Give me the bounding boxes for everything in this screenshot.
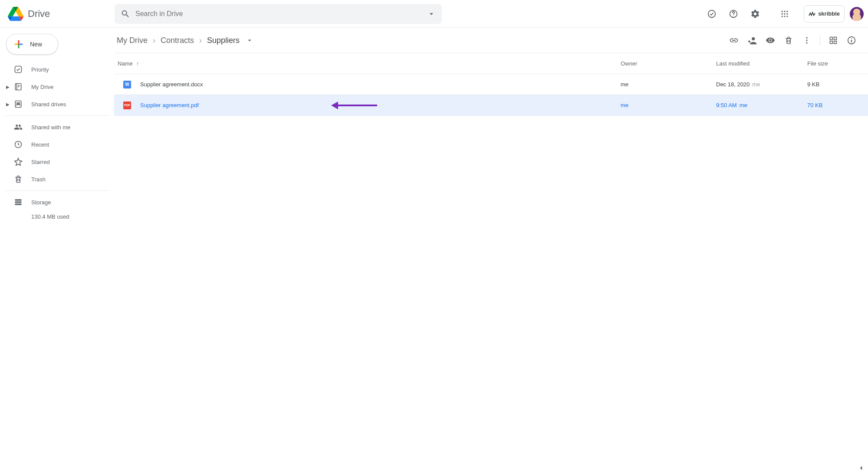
sidebar-item-label: Trash — [31, 176, 46, 183]
app-header: Drive skribble — [0, 0, 868, 28]
sidebar-item-label: Storage — [31, 199, 51, 206]
sidebar-item-label: My Drive — [31, 84, 53, 90]
chevron-right-icon: › — [199, 36, 202, 45]
plus-icon — [13, 38, 25, 50]
storage-icon — [14, 198, 23, 206]
file-owner: me — [621, 102, 716, 108]
svg-point-0 — [708, 10, 716, 17]
svg-rect-20 — [15, 203, 22, 205]
more-actions-icon[interactable] — [798, 32, 815, 49]
folder-dropdown-icon[interactable] — [246, 36, 253, 44]
new-button[interactable]: New — [6, 34, 58, 55]
file-name: Supplier agreement.pdf — [140, 102, 621, 108]
hide-side-panel-icon[interactable] — [856, 463, 866, 473]
trash-icon — [14, 175, 23, 183]
sidebar-item-label: Shared drives — [31, 101, 66, 108]
pdf-file-icon: PDF — [114, 102, 140, 109]
search-input[interactable] — [135, 10, 442, 18]
share-add-person-icon[interactable] — [743, 32, 761, 49]
search-bar[interactable] — [115, 4, 442, 24]
column-header-modified[interactable]: Last modified — [716, 60, 807, 67]
shared-drives-icon — [14, 100, 23, 108]
sidebar-item-recent[interactable]: Recent — [4, 136, 111, 153]
col-name-label: Name — [118, 60, 133, 67]
search-options-dropdown-icon[interactable] — [427, 10, 436, 18]
new-button-label: New — [30, 41, 42, 48]
svg-rect-24 — [830, 37, 833, 40]
sort-ascending-icon[interactable]: ↑ — [136, 60, 139, 67]
svg-point-22 — [806, 39, 807, 41]
get-link-icon[interactable] — [725, 32, 743, 49]
svg-point-10 — [784, 16, 785, 17]
sidebar: New Priority ▶ My Drive ▶ Shared drives … — [0, 28, 111, 475]
file-owner: me — [621, 81, 716, 88]
svg-point-5 — [786, 10, 788, 12]
svg-rect-26 — [830, 41, 833, 44]
annotation-arrow-icon — [331, 102, 377, 109]
svg-rect-25 — [834, 37, 837, 40]
file-row[interactable]: W Supplier agreement.docx me Dec 18, 202… — [114, 74, 868, 95]
shared-with-me-icon — [14, 123, 23, 131]
breadcrumb-my-drive[interactable]: My Drive — [116, 34, 148, 47]
breadcrumb-contracts[interactable]: Contracts — [160, 34, 195, 47]
file-table: Name ↑ Owner Last modified File size W S… — [111, 53, 868, 116]
breadcrumb-suppliers[interactable]: Suppliers — [206, 34, 240, 47]
column-header-name[interactable]: Name ↑ — [114, 60, 621, 67]
main-content: My Drive › Contracts › Suppliers — [111, 28, 868, 475]
my-drive-icon — [14, 82, 23, 91]
sidebar-item-shared-drives[interactable]: ▶ Shared drives — [4, 95, 111, 113]
chip-label: skribble — [818, 10, 840, 17]
toolbar-divider — [820, 35, 820, 46]
grid-view-toggle-icon[interactable] — [825, 32, 842, 49]
svg-point-7 — [784, 13, 785, 14]
priority-check-icon — [14, 65, 23, 74]
header-right: skribble — [693, 3, 864, 24]
account-avatar[interactable] — [850, 7, 864, 21]
details-info-icon[interactable] — [843, 32, 860, 49]
toolbar-actions — [725, 32, 860, 49]
sidebar-item-storage[interactable]: Storage — [4, 193, 111, 211]
sidebar-item-label: Recent — [31, 141, 49, 148]
skribble-icon — [809, 11, 815, 17]
chevron-right-icon: › — [153, 36, 155, 45]
breadcrumb: My Drive › Contracts › Suppliers — [116, 34, 253, 47]
svg-rect-27 — [834, 41, 837, 44]
sidebar-item-label: Starred — [31, 159, 50, 165]
svg-rect-12 — [15, 66, 22, 73]
column-header-size[interactable]: File size — [807, 60, 868, 67]
sidebar-item-starred[interactable]: Starred — [4, 153, 111, 170]
sidebar-divider — [4, 115, 109, 116]
sidebar-item-shared-with-me[interactable]: Shared with me — [4, 118, 111, 136]
svg-point-2 — [733, 15, 733, 16]
sidebar-item-priority[interactable]: Priority — [4, 61, 111, 78]
storage-used-label: 130.4 MB used — [4, 213, 111, 220]
expand-caret-icon[interactable]: ▶ — [6, 85, 10, 89]
folder-toolbar: My Drive › Contracts › Suppliers — [111, 28, 868, 53]
svg-point-9 — [782, 16, 783, 17]
delete-trash-icon[interactable] — [780, 32, 797, 49]
apps-grid-icon[interactable] — [774, 3, 795, 24]
file-row[interactable]: PDF Supplier agreement.pdf me 9:50 AMme … — [114, 95, 868, 116]
column-header-owner[interactable]: Owner — [621, 60, 716, 67]
file-name: Supplier agreement.docx — [140, 81, 621, 88]
sidebar-item-label: Priority — [31, 66, 49, 73]
svg-point-16 — [18, 103, 20, 104]
expand-caret-icon[interactable]: ▶ — [6, 102, 10, 107]
file-size: 9 KB — [807, 81, 868, 88]
star-icon — [14, 157, 23, 166]
help-icon[interactable] — [723, 3, 744, 24]
svg-point-11 — [786, 16, 788, 17]
sidebar-item-label: Shared with me — [31, 124, 70, 131]
svg-point-6 — [782, 13, 783, 14]
table-header: Name ↑ Owner Last modified File size — [114, 53, 868, 74]
file-size: 70 KB — [807, 102, 868, 108]
sidebar-item-trash[interactable]: Trash — [4, 170, 111, 188]
settings-gear-icon[interactable] — [745, 3, 766, 24]
ready-offline-icon[interactable] — [701, 3, 722, 24]
svg-rect-18 — [15, 199, 22, 200]
sidebar-item-my-drive[interactable]: ▶ My Drive — [4, 78, 111, 95]
preview-eye-icon[interactable] — [762, 32, 779, 49]
skribble-chip[interactable]: skribble — [804, 5, 845, 23]
logo-block[interactable]: Drive — [7, 5, 115, 23]
svg-point-21 — [806, 37, 807, 39]
